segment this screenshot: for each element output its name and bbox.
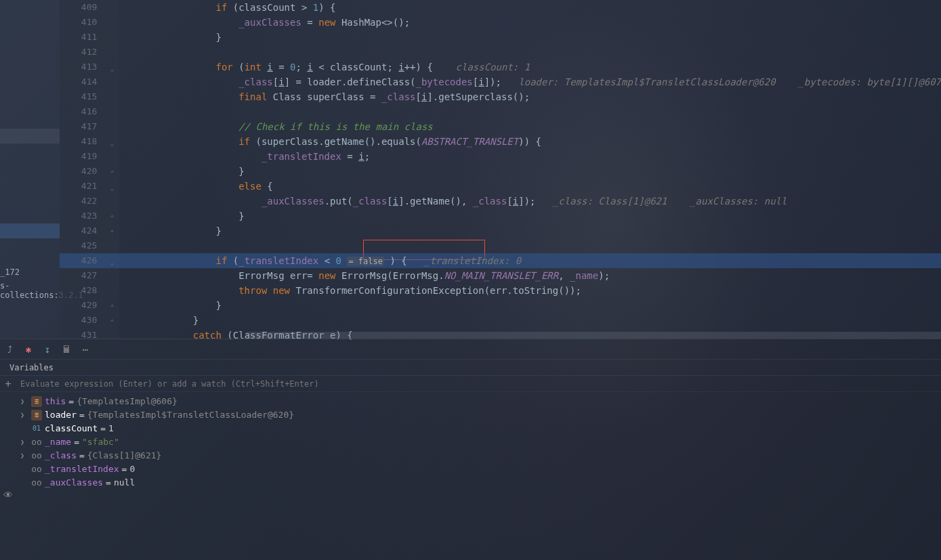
fold-open-icon[interactable]: ⌄ [108,255,117,263]
panel-row[interactable] [0,129,60,144]
code-token: _class [353,196,388,207]
variable-name: _class [45,449,77,462]
horizontal-scrollbar[interactable] [246,332,941,339]
fold-close-icon[interactable]: ⌃ [108,300,117,308]
line-number[interactable]: 410 [60,15,119,30]
code-line[interactable]: if (superClass.getName().equals(ABSTRACT… [119,134,941,149]
step-into-icon[interactable]: ↧ [41,343,54,356]
variable-row[interactable]: ❯oo_name = "sfabc" [20,435,941,449]
fold-close-icon[interactable]: ⌃ [108,211,117,219]
variables-tab[interactable]: Variables [0,360,941,376]
line-number[interactable]: 412 [60,45,119,60]
code-token: _auxClasses [262,196,325,207]
code-line[interactable]: } [119,30,941,45]
gutter[interactable]: 409410411412413⌄414415416417418⌄419420⌃4… [60,0,119,339]
code-line[interactable]: for (int i = 0; i < classCount; i++) { c… [119,60,941,74]
variable-row[interactable]: ❯≡this = {TemplatesImpl@606} [20,395,941,408]
code-line[interactable] [119,238,941,253]
code-line[interactable] [119,45,941,60]
line-number[interactable]: 422 [60,194,119,209]
line-number[interactable]: 416 [60,104,119,119]
code-line[interactable] [119,104,941,119]
line-number[interactable]: 429⌃ [60,298,119,313]
code-token: _bytecodes [416,77,473,87]
line-number[interactable]: 417 [60,119,119,134]
code-line[interactable]: } [119,223,941,238]
calculator-icon[interactable]: 🖩 [60,343,72,356]
code-editor[interactable]: 409410411412413⌄414415416417418⌄419420⌃4… [60,0,941,339]
line-number[interactable]: 428 [60,283,119,298]
evaluate-icon[interactable]: ✱ [22,343,35,356]
more-icon[interactable]: ⋯ [79,343,91,356]
line-number[interactable]: 419 [60,149,119,164]
code-line[interactable]: } [119,298,941,313]
fold-open-icon[interactable]: ⌄ [108,181,117,189]
project-panel[interactable]: _172 s-collections:3.2.1 [0,0,60,339]
code-token: loader: TemplatesImpl$TransletClassLoade… [501,77,941,87]
code-line[interactable]: } [119,313,941,328]
fold-open-icon[interactable]: ⌄ [108,62,117,70]
code-line[interactable]: _auxClasses = new HashMap<>(); [119,15,941,30]
code-line[interactable]: if (classCount > 1) { [119,0,941,15]
code-line[interactable]: } [119,164,941,179]
expand-toggle-icon[interactable]: ❯ [20,408,28,422]
code-line[interactable]: _class[i] = loader.defineClass(_bytecode… [119,74,941,89]
fold-close-icon[interactable]: ⌃ [108,225,117,234]
code-line[interactable]: throw new TransformerConfigurationExcept… [119,283,941,298]
watch-visibility-icon[interactable]: 👁 [3,490,13,500]
line-number[interactable]: 430⌃ [60,313,119,328]
code-line[interactable]: _transletIndex = i; [119,149,941,164]
expand-toggle-icon[interactable]: ❯ [20,395,28,408]
code-token: (superClass.getName().equals( [255,136,421,147]
variable-row[interactable]: oo_transletIndex = 0 [20,462,941,476]
panel-label[interactable]: _172 [0,267,20,277]
panel-row-selected[interactable] [0,223,60,238]
line-number[interactable]: 415 [60,89,119,104]
code-token: _class: Class[1]@621 _auxClasses: null [536,196,787,207]
line-number[interactable]: 418⌄ [60,134,119,149]
line-number[interactable]: 424⌃ [60,223,119,238]
expand-toggle-icon[interactable]: ❯ [20,435,28,449]
code-token: } [215,32,221,43]
code-token: TransformerConfigurationException(err.to… [295,285,581,296]
code-token: ErrorMsg err= [238,270,318,281]
watch-input[interactable] [16,379,941,389]
equals-sign: = [79,449,85,462]
variable-name: _name [45,435,71,449]
variable-value: null [114,476,135,490]
code-line[interactable]: } [119,209,941,223]
code-token: { [267,181,272,192]
line-number[interactable]: 425 [60,238,119,253]
code-line[interactable]: _auxClasses.put(_class[i].getName(), _cl… [119,194,941,209]
variable-row[interactable]: ❯≡loader = {TemplatesImpl$TransletClassL… [20,408,941,422]
code-line[interactable]: if (_transletIndex < 0 = false ) { _tran… [119,253,941,268]
line-number[interactable]: 409 [60,0,119,15]
add-watch-button[interactable]: + [0,376,16,392]
fold-close-icon[interactable]: ⌃ [108,166,117,174]
line-number[interactable]: 427 [60,268,119,283]
step-over-icon[interactable]: ⤴ [3,343,16,356]
code-lines[interactable]: if (classCount > 1) { _auxClasses = new … [119,0,941,339]
fold-open-icon[interactable]: ⌄ [108,136,117,144]
line-number[interactable]: 426⌄ [60,253,119,268]
line-number[interactable]: 420⌃ [60,164,119,179]
code-token: int [245,62,268,72]
fold-close-icon[interactable]: ⌃ [108,315,117,323]
variables-tree[interactable]: ❯≡this = {TemplatesImpl@606}❯≡loader = {… [0,392,941,490]
expand-toggle-icon[interactable]: ❯ [20,449,28,462]
code-line[interactable]: ErrorMsg err= new ErrorMsg(ErrorMsg.NO_M… [119,268,941,283]
line-number[interactable]: 423⌃ [60,209,119,223]
code-token: i [267,62,272,72]
variable-row[interactable]: ❯oo_class = {Class[1]@621} [20,449,941,462]
code-line[interactable]: // Check if this is the main class [119,119,941,134]
line-number[interactable]: 414 [60,74,119,89]
code-token: i [478,77,484,87]
line-number[interactable]: 421⌄ [60,179,119,194]
line-number[interactable]: 411 [60,30,119,45]
variable-row[interactable]: 01classCount = 1 [20,422,941,435]
code-token: i [393,196,398,207]
variable-row[interactable]: oo_auxClasses = null [20,476,941,490]
line-number[interactable]: 413⌄ [60,60,119,74]
code-line[interactable]: final Class superClass = _class[i].getSu… [119,89,941,104]
code-line[interactable]: else { [119,179,941,194]
